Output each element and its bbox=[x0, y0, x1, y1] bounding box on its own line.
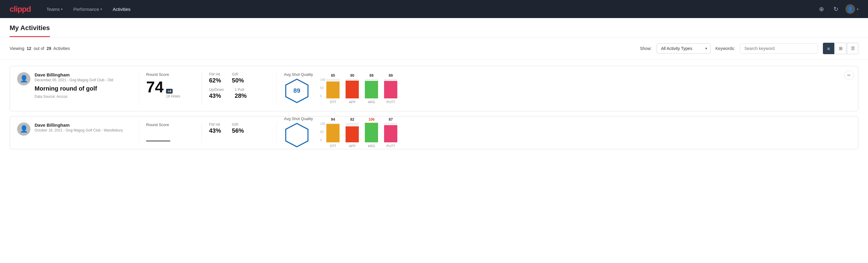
bar-value-app-2: 82 bbox=[350, 117, 354, 122]
bar-value-putt-2: 87 bbox=[389, 117, 393, 122]
card-divider-5 bbox=[202, 122, 202, 143]
avatar: 👤 bbox=[17, 72, 30, 85]
page-title: My Activities bbox=[10, 24, 50, 37]
avatar-chevron-icon: ▾ bbox=[857, 7, 858, 11]
user-name: Dave Billingham bbox=[35, 72, 113, 77]
shot-quality-section: Avg Shot Quality 89 100 50 0 bbox=[284, 72, 851, 105]
activity-card: ✏ 👤 Dave Billingham December 05, 2021 - … bbox=[10, 66, 858, 111]
fw-hit-stat-2: FW Hit 43% bbox=[209, 122, 221, 134]
bar-label-arg-2: ARG bbox=[368, 144, 375, 148]
fw-hit-value: 62% bbox=[209, 77, 221, 84]
bar-value-ott-2: 94 bbox=[331, 117, 335, 122]
gir-stat: GIR 50% bbox=[232, 72, 244, 84]
avg-shot-quality-col: Avg Shot Quality 89 bbox=[284, 72, 313, 105]
stats-section-2: FW Hit 43% GIR 56% bbox=[209, 122, 269, 143]
card-divider-6 bbox=[276, 122, 277, 143]
keywords-label: Keywords: bbox=[715, 46, 735, 51]
filter-bar: Viewing 12 out of 29 Activities Show: Al… bbox=[0, 37, 868, 60]
compact-view-button[interactable]: ☰ bbox=[847, 43, 858, 54]
round-score-label: Round Score bbox=[146, 72, 194, 77]
activity-type-select[interactable]: All Activity Types All Activity Types bbox=[657, 43, 711, 54]
bar-label-ott-2: OTT bbox=[330, 144, 336, 148]
add-icon[interactable]: ⊕ bbox=[816, 4, 826, 14]
bar-outer-ott bbox=[326, 79, 340, 98]
hexagon-container-2 bbox=[284, 122, 311, 149]
stats-row-2: Up/Down 43% 1 Putt 28% bbox=[209, 88, 269, 99]
bar-value-arg: 89 bbox=[370, 74, 374, 78]
round-score-label-2: Round Score bbox=[146, 122, 194, 127]
activity-card-2: 👤 Dave Billingham October 16, 2021 - Gog… bbox=[10, 116, 858, 149]
keyword-search-input[interactable] bbox=[740, 43, 818, 54]
bar-chart-container: 100 50 0 85 OTT bbox=[320, 74, 398, 104]
bar-label-ott: OTT bbox=[330, 100, 336, 104]
view-toggles: ≡ ⊞ ☰ bbox=[823, 43, 858, 54]
bar-fill-ott-2 bbox=[326, 124, 340, 142]
edit-activity-button[interactable]: ✏ bbox=[844, 70, 854, 80]
bar-chart: 85 OTT 90 APP bbox=[326, 74, 397, 104]
score-number: 74 bbox=[146, 79, 164, 95]
bar-chart-container-2: 100 50 0 94 OTT bbox=[320, 118, 398, 148]
score-section-2: Round Score bbox=[146, 122, 194, 143]
bar-outer-ott-2 bbox=[326, 123, 340, 142]
stats-row-1: FW Hit 62% GIR 50% bbox=[209, 72, 269, 84]
card-left-2: 👤 Dave Billingham October 16, 2021 - Gog… bbox=[17, 122, 131, 143]
activity-date: December 05, 2021 - Gog Magog Golf Club … bbox=[35, 78, 113, 82]
performance-chevron-icon: ▾ bbox=[100, 7, 102, 11]
avg-shot-quality-col-2: Avg Shot Quality bbox=[284, 116, 313, 149]
user-info: Dave Billingham December 05, 2021 - Gog … bbox=[35, 72, 113, 99]
fw-hit-stat: FW Hit 62% bbox=[209, 72, 221, 84]
avg-shot-quality-label-2: Avg Shot Quality bbox=[284, 116, 313, 121]
fw-hit-label-2: FW Hit bbox=[209, 122, 221, 127]
bar-label-app: APP bbox=[349, 100, 355, 104]
nav-items: Teams ▾ Performance ▾ Activities bbox=[42, 4, 816, 14]
bar-fill-app bbox=[346, 81, 359, 98]
page-content: My Activities Viewing 12 out of 29 Activ… bbox=[0, 18, 868, 263]
updown-label: Up/Down bbox=[209, 88, 224, 92]
card-left: 👤 Dave Billingham December 05, 2021 - Go… bbox=[17, 72, 131, 105]
one-putt-stat: 1 Putt 28% bbox=[235, 88, 247, 99]
hexagon-svg-2 bbox=[284, 122, 310, 148]
user-name-2: Dave Billingham bbox=[35, 122, 123, 127]
fw-hit-label: FW Hit bbox=[209, 72, 221, 77]
user-info-2: Dave Billingham October 16, 2021 - Gog M… bbox=[35, 122, 123, 136]
one-putt-label: 1 Putt bbox=[235, 88, 247, 92]
hexagon-svg: 89 bbox=[284, 78, 310, 104]
grid-view-button[interactable]: ⊞ bbox=[835, 43, 846, 54]
navbar: clippd Teams ▾ Performance ▾ Activities … bbox=[0, 0, 868, 18]
bar-group-ott: 85 OTT bbox=[326, 74, 340, 104]
user-avatar-button[interactable]: 👤 ▾ bbox=[845, 4, 858, 14]
score-display: 74 +4 18 Holes bbox=[146, 79, 194, 98]
bar-label-putt: PUTT bbox=[386, 100, 395, 104]
bar-outer-app-2 bbox=[346, 123, 359, 142]
nav-item-activities[interactable]: Activities bbox=[108, 4, 135, 14]
score-badge-holes: +4 18 Holes bbox=[166, 89, 180, 98]
updown-value: 43% bbox=[209, 92, 224, 99]
activity-date-2: October 16, 2021 - Gog Magog Golf Club -… bbox=[35, 128, 123, 133]
bar-label-arg: ARG bbox=[368, 100, 375, 104]
gir-value: 50% bbox=[232, 77, 244, 84]
bar-value-ott: 85 bbox=[331, 74, 335, 78]
refresh-icon[interactable]: ↻ bbox=[831, 4, 841, 14]
gir-stat-2: GIR 56% bbox=[232, 122, 244, 134]
stats-section: FW Hit 62% GIR 50% Up/Down 43% 1 Putt bbox=[209, 72, 269, 105]
avg-shot-quality-label: Avg Shot Quality bbox=[284, 72, 313, 77]
teams-chevron-icon: ▾ bbox=[61, 7, 63, 11]
list-view-button[interactable]: ≡ bbox=[823, 43, 834, 54]
bar-fill-putt-2 bbox=[384, 125, 397, 142]
card-divider-2 bbox=[202, 72, 202, 105]
bar-outer-arg bbox=[365, 79, 378, 98]
bar-value-arg-2: 106 bbox=[368, 117, 374, 122]
bar-value-putt: 89 bbox=[389, 74, 393, 78]
bar-group-arg-2: 106 ARG bbox=[365, 117, 378, 148]
gir-label: GIR bbox=[232, 72, 244, 77]
activity-type-select-wrapper: All Activity Types All Activity Types ▾ bbox=[657, 43, 711, 54]
activities-list: ✏ 👤 Dave Billingham December 05, 2021 - … bbox=[0, 60, 868, 155]
nav-item-teams[interactable]: Teams ▾ bbox=[42, 4, 67, 14]
viewing-count-text: Viewing 12 out of 29 Activities bbox=[10, 46, 635, 51]
svg-marker-1 bbox=[286, 123, 308, 147]
card-divider-3 bbox=[276, 72, 277, 105]
hexagon-container: 89 bbox=[284, 78, 311, 105]
nav-item-performance[interactable]: Performance ▾ bbox=[69, 4, 107, 14]
bar-outer-app bbox=[346, 79, 359, 98]
bar-outer-putt bbox=[384, 79, 397, 98]
